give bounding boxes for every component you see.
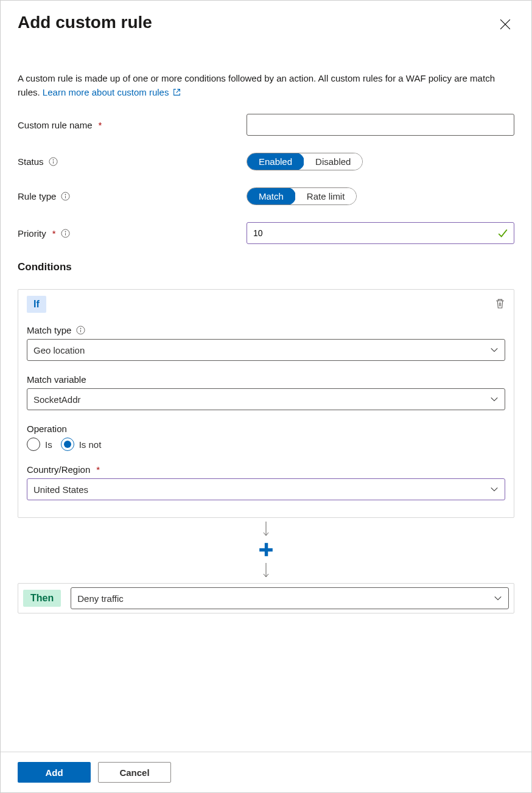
match-variable-value: SocketAddr bbox=[33, 394, 81, 405]
external-link-icon bbox=[173, 88, 181, 96]
country-label: Country/Region bbox=[27, 464, 90, 475]
country-select[interactable]: United States bbox=[27, 478, 505, 500]
info-icon bbox=[61, 192, 70, 201]
action-value: Deny traffic bbox=[77, 593, 124, 604]
country-field: Country/Region* United States bbox=[27, 464, 505, 500]
info-icon bbox=[49, 157, 58, 166]
status-toggle: Enabled Disabled bbox=[247, 153, 363, 170]
svg-rect-9 bbox=[259, 548, 273, 551]
match-variable-label: Match variable bbox=[27, 374, 86, 385]
priority-input[interactable] bbox=[247, 222, 514, 244]
info-icon bbox=[61, 229, 70, 238]
if-badge: If bbox=[27, 296, 46, 313]
close-button[interactable] bbox=[496, 15, 514, 35]
status-label: Status bbox=[18, 156, 44, 167]
intro-text: A custom rule is made up of one or more … bbox=[18, 72, 514, 99]
chevron-down-icon bbox=[490, 395, 499, 403]
required-asterisk: * bbox=[99, 120, 102, 130]
panel-header: Add custom rule bbox=[18, 13, 514, 35]
operation-field: Operation Is Is not bbox=[27, 424, 505, 451]
row-status: Status Enabled Disabled bbox=[18, 153, 514, 170]
svg-point-3 bbox=[65, 194, 66, 195]
rule-type-match-button[interactable]: Match bbox=[247, 187, 296, 205]
match-type-select[interactable]: Geo location bbox=[27, 339, 505, 361]
row-priority: Priority* bbox=[18, 222, 514, 244]
custom-rule-name-input[interactable] bbox=[247, 114, 514, 136]
match-type-field: Match type Geo location bbox=[27, 325, 505, 361]
chevron-down-icon bbox=[494, 594, 502, 603]
operation-is-not-radio[interactable]: Is not bbox=[61, 438, 102, 451]
status-disabled-button[interactable]: Disabled bbox=[304, 153, 362, 170]
add-button[interactable]: Add bbox=[18, 762, 91, 783]
row-custom-rule-name: Custom rule name* bbox=[18, 114, 514, 136]
operation-is-radio[interactable]: Is bbox=[27, 438, 52, 451]
condition-connector bbox=[18, 520, 514, 581]
required-asterisk: * bbox=[96, 464, 100, 475]
custom-rule-name-label: Custom rule name bbox=[18, 120, 93, 130]
panel-title: Add custom rule bbox=[18, 13, 152, 32]
status-enabled-button[interactable]: Enabled bbox=[247, 153, 304, 170]
then-row: Then Deny traffic bbox=[18, 583, 514, 613]
arrow-down-icon bbox=[262, 520, 270, 537]
match-variable-select[interactable]: SocketAddr bbox=[27, 388, 505, 410]
chevron-down-icon bbox=[490, 485, 499, 494]
svg-point-7 bbox=[80, 328, 81, 329]
row-rule-type: Rule type Match Rate limit bbox=[18, 187, 514, 205]
plus-icon bbox=[258, 542, 274, 557]
rule-type-toggle: Match Rate limit bbox=[247, 187, 357, 205]
rule-type-rate-limit-button[interactable]: Rate limit bbox=[295, 188, 357, 204]
info-icon bbox=[76, 326, 85, 335]
svg-point-5 bbox=[65, 231, 65, 232]
rule-type-label: Rule type bbox=[18, 191, 56, 201]
cancel-button[interactable]: Cancel bbox=[98, 762, 171, 783]
learn-more-link[interactable]: Learn more about custom rules bbox=[43, 87, 181, 97]
then-badge: Then bbox=[23, 590, 61, 607]
panel-footer: Add Cancel bbox=[1, 752, 531, 792]
conditions-heading: Conditions bbox=[18, 261, 514, 273]
condition-card: If Match type Geo location Match variabl… bbox=[18, 289, 514, 518]
country-value: United States bbox=[33, 484, 88, 495]
learn-more-label: Learn more about custom rules bbox=[43, 87, 169, 97]
svg-point-1 bbox=[52, 159, 53, 160]
match-variable-field: Match variable SocketAddr bbox=[27, 374, 505, 410]
add-condition-button[interactable] bbox=[257, 540, 275, 561]
match-type-label: Match type bbox=[27, 325, 71, 335]
trash-icon bbox=[495, 298, 505, 309]
operation-is-not-label: Is not bbox=[79, 439, 102, 450]
arrow-down-icon bbox=[262, 562, 270, 579]
chevron-down-icon bbox=[490, 346, 499, 354]
close-icon bbox=[500, 19, 511, 30]
priority-label: Priority bbox=[18, 228, 46, 239]
checkmark-icon bbox=[497, 228, 508, 239]
operation-label: Operation bbox=[27, 424, 67, 434]
required-asterisk: * bbox=[52, 228, 56, 239]
action-select[interactable]: Deny traffic bbox=[71, 587, 509, 609]
match-type-value: Geo location bbox=[33, 345, 85, 355]
operation-is-label: Is bbox=[45, 439, 52, 450]
delete-condition-button[interactable] bbox=[495, 298, 505, 310]
